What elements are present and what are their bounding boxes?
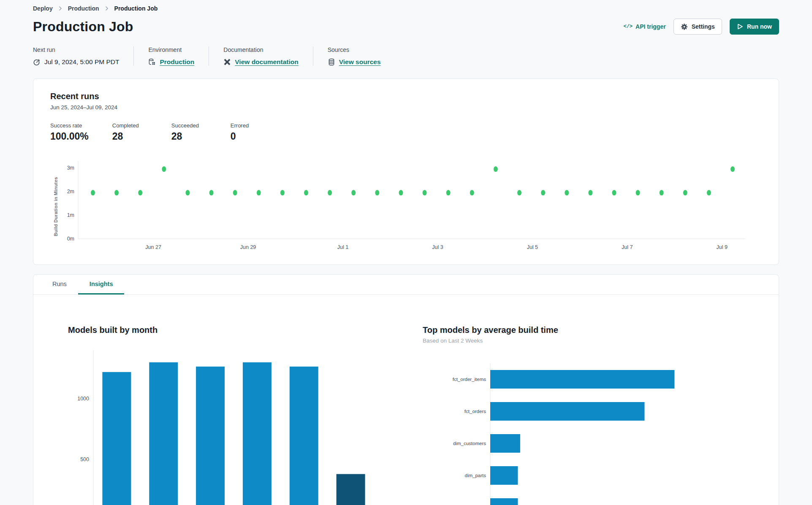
- svg-text:Jul 7: Jul 7: [622, 244, 633, 250]
- documentation-column: Documentation View documentation: [209, 46, 313, 66]
- svg-text:fct_order_items: fct_order_items: [453, 377, 486, 382]
- documentation-label: Documentation: [223, 46, 298, 53]
- view-sources-link[interactable]: View sources: [339, 58, 381, 66]
- api-trigger-label: API trigger: [635, 23, 666, 30]
- svg-text:Jun 27: Jun 27: [145, 244, 161, 250]
- insights-panel: Models built by month 05001000FebMarAprM…: [33, 295, 779, 505]
- breadcrumb-deploy[interactable]: Deploy: [33, 5, 53, 12]
- page-title: Production Job: [33, 19, 133, 35]
- top-models-chart-svg: 0m10s20s30s40sfct_order_itemsfct_ordersd…: [423, 356, 710, 505]
- job-detail-card: Runs Insights Models built by month 0500…: [33, 274, 779, 505]
- breadcrumb-current-page: Production Job: [114, 5, 158, 12]
- environment-label: Environment: [148, 46, 194, 53]
- stat-completed: Completed 28: [112, 122, 148, 142]
- recent-runs-stats: Success rate 100.00% Completed 28 Succee…: [50, 122, 762, 142]
- chevron-right-icon: [105, 6, 109, 11]
- build-duration-chart: Build Duration in Minutes 0m1m2m3mJun 27…: [50, 157, 762, 257]
- tab-insights[interactable]: Insights: [78, 275, 125, 294]
- svg-text:Jul 5: Jul 5: [527, 244, 538, 250]
- gear-icon: [681, 23, 688, 30]
- environment-icon: [148, 58, 156, 66]
- tab-bar: Runs Insights: [33, 275, 779, 295]
- view-documentation-link[interactable]: View documentation: [235, 58, 298, 66]
- header-actions: </> API trigger Settings: [623, 19, 779, 35]
- svg-text:0m: 0m: [67, 236, 74, 242]
- svg-text:500: 500: [80, 456, 89, 462]
- models-by-month-section: Models built by month 05001000FebMarAprM…: [68, 325, 389, 505]
- play-icon: [737, 23, 743, 30]
- svg-text:Jul 9: Jul 9: [717, 244, 728, 250]
- run-now-label: Run now: [747, 23, 772, 30]
- build-duration-chart-svg: 0m1m2m3mJun 27Jun 29Jul 1Jul 3Jul 5Jul 7…: [61, 157, 754, 257]
- production-job-page: Deploy Production Production Job Product…: [0, 0, 812, 505]
- svg-text:Jul 1: Jul 1: [337, 244, 348, 250]
- breadcrumb: Deploy Production Production Job: [33, 4, 779, 12]
- stat-value: 28: [112, 131, 148, 142]
- environment-column: Environment Production: [134, 46, 209, 66]
- code-icon: </>: [623, 24, 633, 30]
- svg-text:2m: 2m: [67, 189, 74, 194]
- database-icon: [328, 58, 335, 66]
- top-models-subtitle: Based on Last 2 Weeks: [423, 338, 710, 344]
- top-models-section: Top models by average build time Based o…: [423, 325, 710, 505]
- settings-button[interactable]: Settings: [673, 19, 722, 35]
- recent-runs-date-range: Jun 25, 2024–Jul 09, 2024: [50, 104, 762, 111]
- next-run-label: Next run: [33, 46, 119, 53]
- stat-value: 28: [171, 131, 207, 142]
- stat-label: Errored: [231, 122, 266, 129]
- scatter-y-axis-label: Build Duration in Minutes: [50, 157, 61, 257]
- svg-text:Jun 29: Jun 29: [240, 244, 256, 250]
- next-run-value: Jul 9, 2024, 5:00 PM PDT: [44, 58, 119, 66]
- stat-succeeded: Succeeded 28: [171, 122, 207, 142]
- stat-label: Success rate: [50, 122, 89, 129]
- environment-link[interactable]: Production: [160, 58, 194, 66]
- models-by-month-title: Models built by month: [68, 325, 389, 335]
- stat-errored: Errored 0: [231, 122, 266, 142]
- sources-label: Sources: [328, 46, 381, 53]
- next-run-column: Next run Jul 9, 2024, 5:00 PM PDT: [33, 46, 134, 66]
- stat-success-rate: Success rate 100.00%: [50, 122, 89, 142]
- page-header: Production Job </> API trigger Set: [33, 19, 779, 35]
- svg-text:dim_parts: dim_parts: [465, 473, 486, 478]
- svg-text:1000: 1000: [77, 396, 89, 402]
- stat-label: Completed: [112, 122, 148, 129]
- breadcrumb-production[interactable]: Production: [68, 5, 99, 12]
- recent-runs-title: Recent runs: [50, 92, 762, 101]
- sources-column: Sources View sources: [313, 46, 395, 66]
- stat-value: 100.00%: [50, 131, 89, 142]
- job-overview-row: Next run Jul 9, 2024, 5:00 PM PDT Enviro…: [33, 46, 779, 66]
- svg-text:dim_customers: dim_customers: [453, 441, 486, 446]
- models-by-month-chart-svg: 05001000FebMarAprMayJunCurrent: [68, 345, 380, 505]
- svg-text:1m: 1m: [67, 212, 74, 218]
- svg-text:Jul 3: Jul 3: [432, 244, 443, 250]
- settings-label: Settings: [692, 23, 715, 30]
- svg-text:3m: 3m: [67, 165, 74, 171]
- top-models-title: Top models by average build time: [423, 325, 710, 335]
- stat-value: 0: [231, 131, 266, 142]
- svg-text:fct_orders: fct_orders: [464, 409, 486, 414]
- recent-runs-card: Recent runs Jun 25, 2024–Jul 09, 2024 Su…: [33, 78, 779, 265]
- timer-icon: [33, 58, 41, 66]
- run-now-button[interactable]: Run now: [730, 19, 779, 35]
- stat-label: Succeeded: [171, 122, 207, 129]
- tab-runs[interactable]: Runs: [41, 275, 78, 294]
- api-trigger-link[interactable]: </> API trigger: [623, 23, 665, 30]
- chevron-right-icon: [59, 6, 62, 11]
- dbt-logo-icon: [223, 58, 231, 66]
